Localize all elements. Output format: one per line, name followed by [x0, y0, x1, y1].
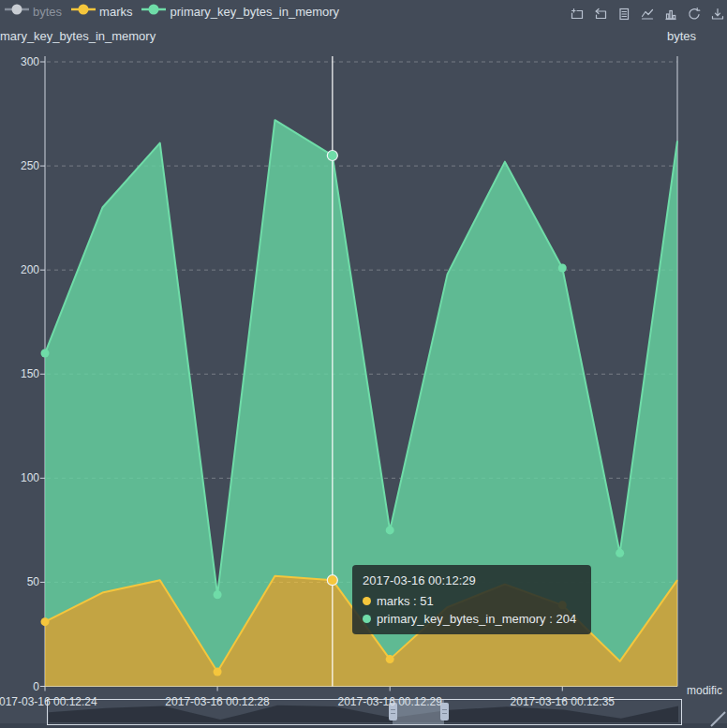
tooltip-row: primary_key_bytes_in_memory : 204	[363, 612, 581, 626]
primary-series-dot-icon	[363, 615, 371, 623]
x-tick-label: 2017-03-16 00:12:35	[511, 695, 615, 708]
tooltip-row: marks : 51	[363, 594, 581, 608]
x-tick-label: 2017-03-16 00:12:29	[337, 695, 441, 708]
resize-corner-icon[interactable]	[708, 709, 727, 728]
y-tick-label: 250	[0, 159, 39, 172]
y-tick-label: 100	[0, 471, 39, 484]
tooltip-row-text: primary_key_bytes_in_memory : 204	[377, 612, 576, 626]
y-tick-label: 200	[0, 263, 39, 276]
tooltip-row-text: marks : 51	[377, 594, 434, 608]
y-tick-label: 50	[0, 575, 39, 588]
tooltip-title: 2017-03-16 00:12:29	[363, 573, 581, 587]
x-tick-label: 2017-03-16 00:12:28	[165, 695, 269, 708]
chart-panel: bytes marks primary_key_bytes_in_memory	[0, 0, 727, 728]
tooltip: 2017-03-16 00:12:29 marks : 51 primary_k…	[352, 565, 591, 634]
marks-series-dot-icon	[363, 597, 371, 605]
y-tick-label: 300	[0, 55, 39, 68]
x-tick-label: 2017-03-16 00:12:24	[0, 695, 97, 708]
y-tick-label: 0	[0, 680, 39, 693]
y-tick-label: 150	[0, 367, 39, 380]
